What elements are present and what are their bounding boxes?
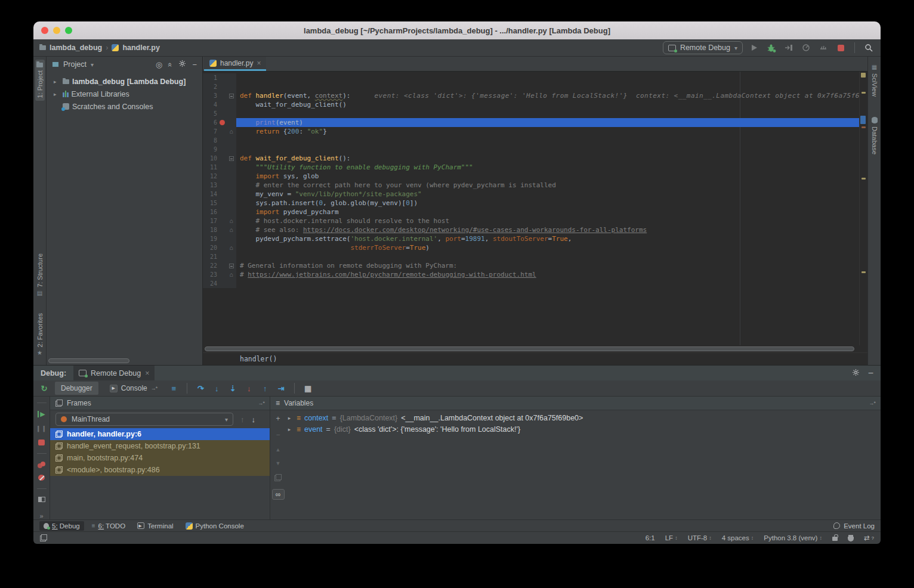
fold-marker[interactable] <box>226 109 236 118</box>
code-line[interactable]: 5 <box>203 109 867 118</box>
run-with-coverage-button[interactable] <box>800 41 812 54</box>
breakpoint-gutter[interactable] <box>218 91 226 100</box>
tree-item[interactable]: ▸External Libraries <box>47 88 202 100</box>
breakpoint-gutter[interactable] <box>218 243 226 252</box>
code-line[interactable]: 10def wait_for_debug_client(): <box>203 154 867 163</box>
stack-frame-row[interactable]: main, bootstrap.py:474 <box>50 452 270 464</box>
search-everywhere-button[interactable] <box>863 41 875 54</box>
fold-marker[interactable]: ⌂ <box>226 216 236 225</box>
force-step-into-button[interactable]: ⇣ <box>227 384 238 393</box>
fold-collapse-icon[interactable] <box>229 156 234 161</box>
hide-panel-button[interactable]: − <box>192 60 197 69</box>
code-editor[interactable]: 123def handler(event, context):event: <c… <box>203 72 867 345</box>
code-line[interactable]: 14 my_venv = "venv/lib/python*/site-pack… <box>203 190 867 199</box>
toolwindow-button-python[interactable]: Python Console <box>181 521 248 531</box>
fold-marker[interactable] <box>226 199 236 208</box>
breakpoint-gutter[interactable] <box>218 109 226 118</box>
breakpoint-gutter[interactable] <box>218 127 226 136</box>
gutter[interactable]: 8 <box>203 136 236 145</box>
fold-marker[interactable] <box>226 208 236 216</box>
gutter[interactable]: 14 <box>203 190 236 199</box>
run-config-selector[interactable]: Remote Debug ▾ <box>663 41 743 54</box>
editor-horizontal-scrollbar[interactable] <box>203 345 867 352</box>
fold-marker[interactable] <box>226 73 236 82</box>
code-line[interactable]: 3def handler(event, context):event: <cla… <box>203 91 867 100</box>
code-line[interactable]: 6 print(event) <box>203 118 867 127</box>
gutter[interactable]: 17⌂ <box>203 216 236 225</box>
tool-window-switcher-icon[interactable] <box>40 534 47 541</box>
gutter[interactable]: 13 <box>203 181 236 190</box>
stripe-mark[interactable] <box>861 271 866 273</box>
next-frame-button[interactable]: ↓ <box>252 415 256 424</box>
duplicate-watch-button[interactable] <box>274 474 282 481</box>
close-session-icon[interactable]: × <box>145 369 149 377</box>
fold-marker[interactable]: ⌂ <box>226 127 236 136</box>
fold-marker[interactable] <box>226 163 236 172</box>
code-line[interactable]: 21 <box>203 252 867 261</box>
move-watch-up-button[interactable]: ▲ <box>276 447 281 453</box>
gutter[interactable]: 24 <box>203 279 236 288</box>
breakpoint-gutter[interactable] <box>218 252 226 261</box>
zoom-window-button[interactable] <box>65 27 72 34</box>
gutter[interactable]: 1 <box>203 73 236 82</box>
fold-marker[interactable] <box>226 145 236 154</box>
code-line[interactable]: 20⌂ stderrToServer=True) <box>203 243 867 252</box>
sidebar-item-database[interactable]: Database <box>870 114 879 157</box>
code-line[interactable]: 24 <box>203 279 867 288</box>
project-settings-button[interactable] <box>178 60 186 69</box>
debug-session-tab[interactable]: Remote Debug × <box>73 366 155 380</box>
fold-marker[interactable] <box>226 136 236 145</box>
gutter[interactable]: 9 <box>203 145 236 154</box>
breakpoint-gutter[interactable] <box>218 270 226 279</box>
stripe-mark[interactable] <box>861 73 866 78</box>
rerun-debug-button[interactable]: ↻ <box>39 384 50 393</box>
fold-marker[interactable] <box>226 252 236 261</box>
gutter[interactable]: 7⌂ <box>203 127 236 136</box>
breakpoint-gutter[interactable] <box>218 216 226 225</box>
code-line[interactable]: 22# General information on remote debugg… <box>203 261 867 270</box>
fold-marker[interactable] <box>226 91 236 100</box>
fold-marker[interactable]: ⌂ <box>226 270 236 279</box>
gutter[interactable]: 11 <box>203 163 236 172</box>
remove-watch-button[interactable]: − <box>276 431 280 439</box>
stop-button[interactable] <box>835 41 847 54</box>
expand-arrow-icon[interactable]: ▸ <box>54 79 60 85</box>
encoding-selector[interactable]: UTF-8↕ <box>688 534 712 541</box>
project-panel-title[interactable]: Project <box>63 60 87 69</box>
step-out-button[interactable]: ↑ <box>260 384 270 393</box>
tab-debugger[interactable]: Debugger <box>55 382 98 395</box>
tab-console[interactable]: ▶ Console →* <box>104 382 163 395</box>
gutter[interactable]: 16 <box>203 208 236 216</box>
title-bar[interactable]: lambda_debug [~/PycharmProjects/lambda_d… <box>33 21 881 39</box>
step-over-button[interactable]: ↷ <box>195 384 206 393</box>
lock-icon[interactable] <box>832 537 838 541</box>
gutter[interactable]: 3 <box>203 91 236 100</box>
breakpoint-gutter[interactable] <box>218 225 226 234</box>
fold-marker[interactable] <box>226 234 236 243</box>
fold-marker[interactable] <box>226 181 236 190</box>
breakpoint-gutter[interactable] <box>218 199 226 208</box>
restore-layout-button[interactable] <box>38 497 45 502</box>
breakpoint-gutter[interactable] <box>218 208 226 216</box>
sync-icon[interactable]: ⇄? <box>864 534 874 542</box>
tree-item[interactable]: ▸lambda_debug [Lambda Debug] <box>47 75 202 88</box>
fold-marker[interactable]: ⌂ <box>226 225 236 234</box>
breakpoint-gutter[interactable] <box>218 261 226 270</box>
sidebar-item-sciview[interactable]: ▦ SciView <box>870 61 879 100</box>
highlighting-level-icon[interactable] <box>848 537 854 541</box>
close-tab-icon[interactable]: × <box>257 59 261 67</box>
stack-frame-row[interactable]: handle_event_request, bootstrap.py:131 <box>50 440 270 452</box>
fold-marker[interactable] <box>226 261 236 270</box>
gutter[interactable]: 23⌂ <box>203 270 236 279</box>
fold-marker[interactable] <box>226 190 236 199</box>
previous-frame-button[interactable]: ↑ <box>240 415 245 424</box>
gutter[interactable]: 15 <box>203 199 236 208</box>
gutter[interactable]: 19 <box>203 234 236 243</box>
tree-item[interactable]: Scratches and Consoles <box>47 100 202 113</box>
collapse-all-button[interactable]: « <box>166 62 175 66</box>
run-to-cursor-button[interactable]: ⇥ <box>276 384 286 393</box>
resume-button[interactable]: ▶ <box>38 411 45 417</box>
code-line[interactable]: 1 <box>203 73 867 82</box>
sidebar-item-favorites[interactable]: 2: Favorites ★ <box>35 310 45 359</box>
fold-marker[interactable] <box>226 118 236 127</box>
